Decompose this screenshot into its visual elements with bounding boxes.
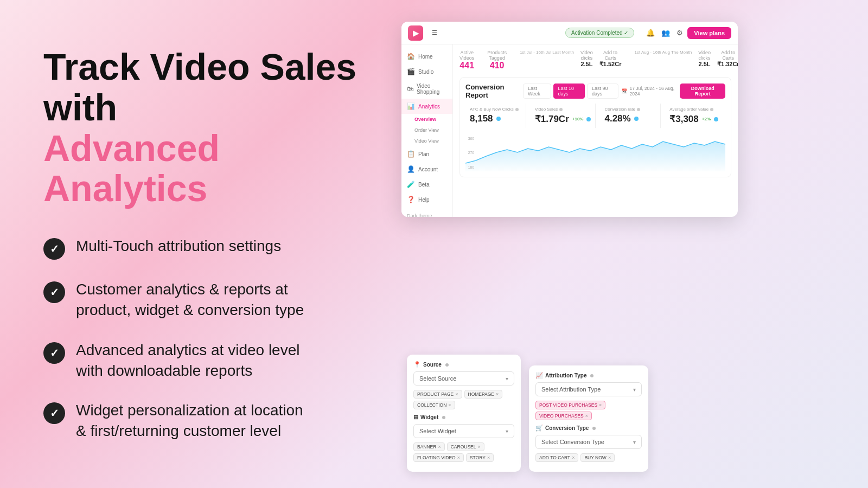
tag-carousel[interactable]: CAROUSEL × — [447, 442, 484, 451]
cr-header: Conversion Report Last Week Last 10 days… — [465, 83, 725, 99]
conversion-tags-row: ADD TO CART × BUY NOW × — [535, 453, 642, 462]
sidebar-item-studio[interactable]: 🎬 Studio — [401, 64, 452, 79]
add-carts2-label: Add to Carts — [717, 50, 738, 61]
sidebar-subitem-order-view[interactable]: Order View — [401, 125, 452, 136]
aov-label-text: Average order value — [669, 107, 709, 112]
title-highlight: Advanced Analytics — [43, 128, 358, 209]
info-icon-video-sales — [559, 108, 563, 111]
tag-banner-close[interactable]: × — [438, 444, 441, 450]
dash-sidebar: 🏠 Home 🎬 Studio 🛍 Video Shopping 📊 Analy… — [401, 44, 453, 217]
conversion-type-section: 🛒 Conversion Type Select Conversion Type… — [535, 425, 642, 462]
aov-value-text: ₹3,308 — [669, 113, 699, 125]
svg-text:270: 270 — [468, 151, 474, 155]
tag-homepage[interactable]: HOMEPAGE × — [464, 390, 503, 399]
order-view-label: Order View — [414, 127, 439, 133]
stats-row: Active Videos 441 Products Tagged 410 1s… — [459, 50, 731, 72]
view-plans-button[interactable]: View plans — [687, 27, 731, 39]
tag-product-page-label: PRODUCT PAGE — [417, 391, 454, 397]
tag-add-to-cart-close[interactable]: × — [572, 455, 575, 460]
tag-video-purchases-label: VIDEO PURCHASES — [539, 413, 584, 419]
widget-title: ⊞ Widget — [413, 414, 514, 421]
logo-icon: ▶ — [413, 29, 419, 37]
attribution-panel: 📈 Attribution Type Select Attribution Ty… — [529, 365, 648, 472]
sidebar-item-help[interactable]: ❓ Help — [401, 192, 452, 207]
metric-dot-atc — [496, 117, 501, 121]
notifications-icon[interactable]: 🔔 — [646, 29, 655, 37]
sidebar-item-beta[interactable]: 🧪 Beta — [401, 177, 452, 192]
main-title: Track Video Sales with Advanced Analytic… — [43, 47, 358, 209]
widget-section: ⊞ Widget Select Widget ▾ BANNER × CAROUS… — [413, 414, 514, 462]
sidebar-item-dark-theme[interactable]: Dark theme — [401, 209, 452, 217]
date-range: 📅 17 Jul, 2024 - 16 Aug, 2024 — [622, 86, 676, 97]
metric-cr-label: Conversion rate — [604, 107, 656, 112]
sidebar-item-home[interactable]: 🏠 Home — [401, 49, 452, 64]
tag-product-page-close[interactable]: × — [455, 391, 458, 397]
widget-tags-row: BANNER × CAROUSEL × FLOATING VIDEO × STO… — [413, 442, 514, 462]
select-widget-dropdown[interactable]: Select Widget ▾ — [413, 424, 514, 438]
stat-active-videos: Active Videos 441 — [459, 50, 474, 70]
active-videos-label: Active Videos — [459, 50, 474, 61]
video-clicks1-value: 2.5L — [580, 61, 593, 67]
active-videos-value: 441 — [459, 61, 474, 70]
sidebar-label-video-shopping: Video Shopping — [417, 83, 447, 95]
tag-floating-video-close[interactable]: × — [457, 455, 460, 460]
sidebar-item-analytics[interactable]: 📊 Analytics — [401, 99, 452, 114]
download-report-button[interactable]: Download Report — [680, 84, 725, 99]
info-icon-cr — [637, 108, 640, 111]
dark-theme-label: Dark theme — [407, 213, 432, 217]
tag-collection[interactable]: COLLECTION × — [413, 401, 455, 409]
source-info-icon — [445, 363, 449, 367]
feature-item: Multi-Touch attribution settings — [43, 236, 358, 260]
select-source-dropdown[interactable]: Select Source ▾ — [413, 371, 514, 386]
sidebar-subitem-overview[interactable]: Overview — [401, 114, 452, 125]
cr-value-text: 4.28% — [604, 113, 630, 124]
metric-dot-cr — [634, 117, 639, 121]
help-icon: ❓ — [407, 196, 415, 203]
tag-post-video-close[interactable]: × — [599, 402, 602, 408]
tag-post-video-purchases[interactable]: POST VIDEO PURCHASES × — [535, 401, 605, 409]
conversion-title-text: Conversion Type — [545, 425, 589, 431]
dashboard-window: ▶ ☰ Activation Completed ✓ 🔔 👥 ⚙ View pl… — [401, 22, 738, 217]
tag-story-close[interactable]: × — [487, 455, 490, 460]
tag-add-to-cart[interactable]: ADD TO CART × — [535, 453, 578, 462]
feature-item-2: Customer analytics & reports atproduct, … — [43, 279, 358, 320]
settings-icon[interactable]: ⚙ — [676, 29, 683, 37]
left-panel: Track Video Sales with Advanced Analytic… — [0, 14, 401, 474]
feature-item-4: Widget personalization at location& firs… — [43, 400, 358, 441]
tab-last-week[interactable]: Last Week — [523, 84, 551, 99]
select-conversion-placeholder: Select Conversion Type — [541, 439, 604, 445]
tag-floating-video[interactable]: FLOATING VIDEO × — [413, 453, 464, 462]
tab-last-90-days[interactable]: Last 90 days — [587, 84, 618, 99]
sidebar-subitem-video-view[interactable]: Video View — [401, 136, 452, 146]
tag-video-purchases[interactable]: VIDEO PURCHASES × — [535, 412, 592, 420]
attribution-title: 📈 Attribution Type — [535, 372, 642, 379]
metric-video-sales: Video Sales ₹1.79Cr +16% — [531, 104, 596, 128]
tag-homepage-close[interactable]: × — [496, 391, 499, 397]
info-icon-aov — [710, 108, 713, 111]
conversion-type-title: 🛒 Conversion Type — [535, 425, 642, 432]
tag-post-video-label: POST VIDEO PURCHASES — [539, 402, 597, 408]
hamburger-icon[interactable]: ☰ — [427, 27, 442, 38]
analytics-icon: 📊 — [407, 102, 415, 110]
tag-story[interactable]: STORY × — [466, 453, 494, 462]
studio-icon: 🎬 — [407, 68, 415, 75]
sidebar-item-plan[interactable]: 📋 Plan — [401, 146, 452, 162]
tag-buy-now[interactable]: BUY NOW × — [580, 453, 615, 462]
sidebar-item-account[interactable]: 👤 Account — [401, 162, 452, 177]
tag-buy-now-close[interactable]: × — [608, 455, 611, 460]
tag-carousel-close[interactable]: × — [477, 444, 480, 450]
tag-collection-close[interactable]: × — [448, 402, 451, 408]
users-icon[interactable]: 👥 — [661, 29, 670, 37]
chevron-down-icon-widget: ▾ — [506, 428, 508, 434]
tag-video-purchases-close[interactable]: × — [585, 413, 588, 419]
attribution-tags-row: POST VIDEO PURCHASES × VIDEO PURCHASES × — [535, 401, 642, 420]
period1-label: 1st Jul - 16th Jul Last Month — [520, 50, 574, 55]
sidebar-item-video-shopping[interactable]: 🛍 Video Shopping — [401, 79, 452, 99]
select-attribution-dropdown[interactable]: Select Attribution Type ▾ — [535, 382, 642, 396]
tag-banner[interactable]: BANNER × — [413, 442, 445, 451]
metric-cr-value: 4.28% — [604, 113, 656, 124]
right-panel: ▶ ☰ Activation Completed ✓ 🔔 👥 ⚙ View pl… — [401, 0, 868, 488]
select-conversion-dropdown[interactable]: Select Conversion Type ▾ — [535, 435, 642, 449]
tab-last-10-days[interactable]: Last 10 days — [553, 84, 585, 99]
tag-product-page[interactable]: PRODUCT PAGE × — [413, 390, 462, 399]
